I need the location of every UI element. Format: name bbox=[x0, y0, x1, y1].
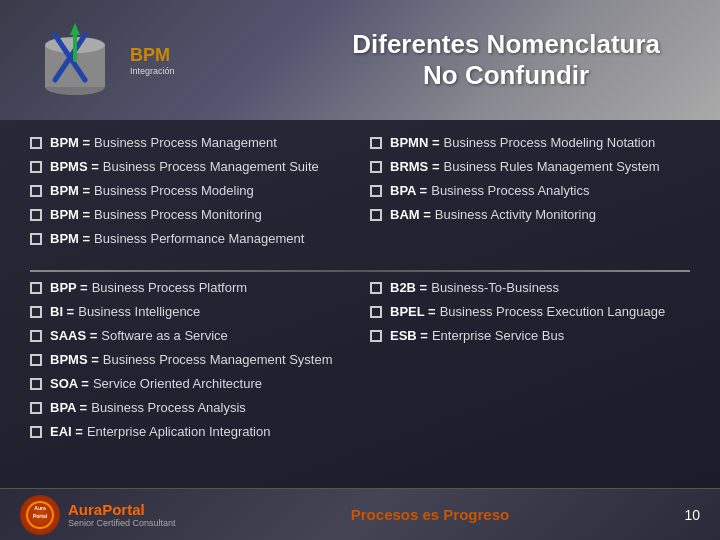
list-item: ESB =Enterprise Service Bus bbox=[370, 328, 690, 345]
bullet-icon bbox=[30, 161, 42, 173]
header-title-block: Diferentes Nomenclatura No Confundir bbox=[352, 29, 660, 91]
footer-subtitle: Senior Certified Consultant bbox=[68, 518, 176, 528]
bpm-label: BPM bbox=[130, 45, 175, 66]
bullet-icon bbox=[370, 282, 382, 294]
list-item: BPMS =Business Process Management Suite bbox=[30, 159, 350, 176]
list-item: BPMN =Business Process Modeling Notation bbox=[370, 135, 690, 152]
bullet-icon bbox=[30, 426, 42, 438]
header-title: Diferentes Nomenclatura No Confundir bbox=[352, 29, 660, 91]
bullet-icon bbox=[370, 185, 382, 197]
main-content: BPM =Business Process ManagementBPMS =Bu… bbox=[0, 120, 720, 488]
list-item: BPP =Business Process Platform bbox=[30, 280, 350, 297]
bullet-icon bbox=[30, 233, 42, 245]
list-item: BPA =Business Process Analytics bbox=[370, 183, 690, 200]
bullet-icon bbox=[30, 330, 42, 342]
footer: Aura Portal AuraPortal Senior Certified … bbox=[0, 488, 720, 540]
list-item: BAM =Business Activity Monitoring bbox=[370, 207, 690, 224]
list-item: BPM =Business Process Modeling bbox=[30, 183, 350, 200]
list-item: BPM =Business Process Management bbox=[30, 135, 350, 152]
list-item: BPA =Business Process Analysis bbox=[30, 400, 350, 417]
integracion-label: Integración bbox=[130, 66, 175, 76]
footer-center-text: Procesos es Progreso bbox=[351, 506, 509, 523]
bullet-icon bbox=[370, 209, 382, 221]
list-item: BPM =Business Process Monitoring bbox=[30, 207, 350, 224]
list-item: BI =Business Intelligence bbox=[30, 304, 350, 321]
logo-icon bbox=[30, 15, 120, 105]
bullet-icon bbox=[30, 378, 42, 390]
logo-area: BPM Integración bbox=[30, 15, 175, 105]
footer-logo-area: Aura Portal AuraPortal Senior Certified … bbox=[20, 495, 176, 535]
bullet-icon bbox=[30, 185, 42, 197]
right-col-bottom: B2B =Business-To-BusinessBPEL =Business … bbox=[370, 280, 690, 447]
bullet-icon bbox=[370, 161, 382, 173]
list-item: BPEL =Business Process Execution Languag… bbox=[370, 304, 690, 321]
bullet-icon bbox=[370, 306, 382, 318]
bullet-icon bbox=[30, 209, 42, 221]
svg-marker-6 bbox=[70, 23, 80, 35]
top-section: BPM =Business Process ManagementBPMS =Bu… bbox=[30, 135, 690, 254]
left-col-top: BPM =Business Process ManagementBPMS =Bu… bbox=[30, 135, 350, 254]
list-item: SOA =Service Oriented Architecture bbox=[30, 376, 350, 393]
right-col-top: BPMN =Business Process Modeling Notation… bbox=[370, 135, 690, 254]
header: BPM Integración Diferentes Nomenclatura … bbox=[0, 0, 720, 120]
list-item: BRMS =Business Rules Management System bbox=[370, 159, 690, 176]
list-item: B2B =Business-To-Business bbox=[370, 280, 690, 297]
bottom-section: BPP =Business Process PlatformBI =Busine… bbox=[30, 280, 690, 447]
logo-text-block: BPM Integración bbox=[130, 45, 175, 76]
bullet-icon bbox=[30, 354, 42, 366]
footer-logo-icon: Aura Portal bbox=[20, 495, 60, 535]
list-item: SAAS =Software as a Service bbox=[30, 328, 350, 345]
bullet-icon bbox=[30, 282, 42, 294]
svg-text:Portal: Portal bbox=[33, 513, 48, 519]
list-item: EAI =Enterprise Aplication Integration bbox=[30, 424, 350, 441]
bullet-icon bbox=[30, 137, 42, 149]
footer-logo-text: AuraPortal Senior Certified Consultant bbox=[68, 501, 176, 528]
bullet-icon bbox=[370, 330, 382, 342]
list-item: BPMS =Business Process Management System bbox=[30, 352, 350, 369]
list-item: BPM =Business Performance Management bbox=[30, 231, 350, 248]
bullet-icon bbox=[30, 402, 42, 414]
footer-page-number: 10 bbox=[684, 507, 700, 523]
left-col-bottom: BPP =Business Process PlatformBI =Busine… bbox=[30, 280, 350, 447]
page-wrapper: BPM Integración Diferentes Nomenclatura … bbox=[0, 0, 720, 540]
bullet-icon bbox=[30, 306, 42, 318]
footer-brand: AuraPortal bbox=[68, 501, 176, 518]
svg-text:Aura: Aura bbox=[34, 505, 46, 511]
bullet-icon bbox=[370, 137, 382, 149]
divider bbox=[30, 270, 690, 272]
